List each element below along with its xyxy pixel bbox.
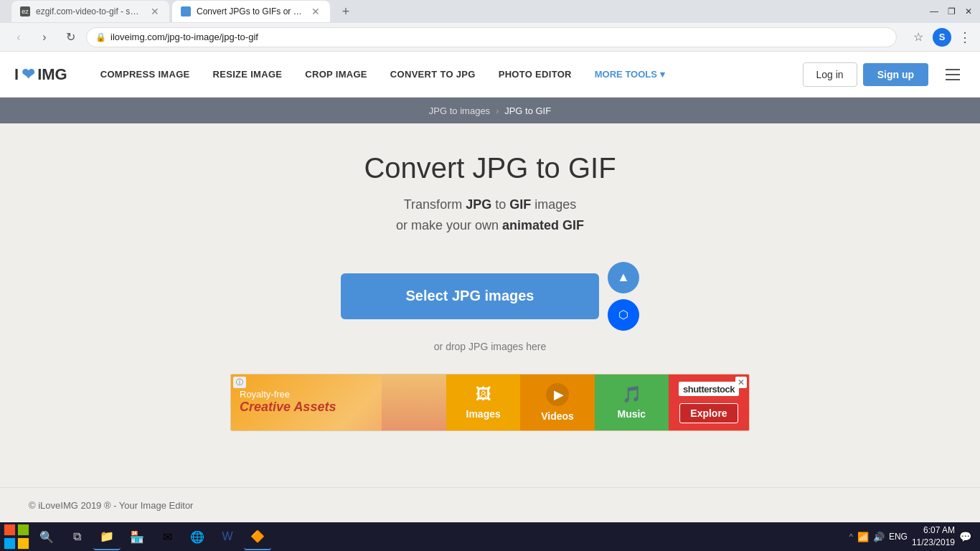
tab1-close[interactable]: ✕ — [149, 6, 161, 17]
dropbox-upload-button[interactable]: ⬡ — [608, 299, 639, 331]
subtitle-line2-prefix: or make your own — [396, 218, 502, 232]
more-tools-dropdown[interactable]: MORE TOOLS ▾ — [583, 69, 677, 80]
store-icon: 🏪 — [130, 530, 144, 544]
logo-heart-icon: ❤ — [22, 65, 34, 84]
tab2-close[interactable]: ✕ — [310, 6, 321, 17]
notification-button[interactable]: 💬 — [959, 531, 971, 542]
back-button[interactable]: ‹ — [9, 27, 29, 47]
url-box[interactable]: 🔒 iloveimg.com/jpg-to-image/jpg-to-gif — [86, 27, 897, 47]
subtitle-prefix: Transform — [404, 197, 466, 212]
bookmark-icon[interactable]: ☆ — [908, 27, 928, 47]
ad-person-image — [382, 375, 446, 430]
task-view-icon: ⧉ — [73, 530, 81, 543]
word-button[interactable]: W — [214, 523, 241, 550]
url-text: iloveimg.com/jpg-to-image/jpg-to-gif — [110, 32, 887, 42]
window-controls: — ❐ ✕ — [928, 6, 974, 17]
logo-i: I — [14, 65, 19, 84]
breadcrumb-separator: › — [496, 106, 499, 116]
user-avatar[interactable]: S — [933, 28, 951, 47]
logo-img: IMG — [37, 65, 67, 84]
toolbar-icons: ☆ S ⋮ — [908, 27, 971, 47]
taskbar-right: ^ 📶 🔊 ENG 6:07 AM 11/23/2019 💬 — [844, 524, 977, 549]
chrome-icon: 🔶 — [250, 529, 265, 543]
file-explorer-button[interactable]: 📁 — [93, 523, 121, 550]
google-drive-upload-button[interactable]: ▲ — [608, 262, 639, 293]
mail-icon: ✉ — [163, 530, 172, 544]
login-button[interactable]: Log in — [803, 62, 857, 87]
taskbar-time-text: 6:07 AM — [912, 524, 955, 537]
windows-logo-icon — [3, 523, 30, 550]
breadcrumb-current: JPG to GIF — [504, 105, 551, 116]
chrome-button[interactable]: 🔶 — [244, 523, 271, 550]
tab-inactive[interactable]: ez ezgif.com-video-to-gif - support ✕ — [11, 1, 169, 22]
ad-text-top: Royalty-free — [240, 389, 336, 400]
ad-music-icon: 🎵 — [622, 385, 641, 404]
hamburger-line2 — [946, 74, 960, 75]
word-icon: W — [222, 530, 232, 543]
ad-close-button[interactable]: ✕ — [735, 377, 747, 388]
drop-text: or drop JPG images here — [434, 341, 546, 352]
page-title: Convert JPG to GIF — [364, 152, 616, 184]
tabs-container: ez ezgif.com-video-to-gif - support ✕ Co… — [6, 1, 925, 22]
upload-area: Select JPG images ▲ ⬡ — [341, 262, 639, 331]
minimize-button[interactable]: — — [928, 6, 940, 17]
ad-videos-icon: ▶ — [546, 383, 569, 406]
website-content: I❤IMG COMPRESS IMAGE RESIZE IMAGE CROP I… — [0, 52, 980, 522]
nav-compress[interactable]: COMPRESS IMAGE — [89, 69, 202, 80]
tabs-bar: ez ezgif.com-video-to-gif - support ✕ Co… — [6, 1, 362, 22]
edge-button[interactable]: 🌐 — [184, 523, 211, 550]
site-footer: © iLoveIMG 2019 ® - Your Image Editor — [0, 487, 980, 522]
ad-banner[interactable]: Royalty-free Creative Assets 🖼 Images ▶ … — [230, 374, 750, 431]
tab1-title: ezgif.com-video-to-gif - support — [36, 6, 143, 17]
store-button[interactable]: 🏪 — [123, 523, 151, 550]
main-content: Convert JPG to GIF Transform JPG to GIF … — [0, 123, 980, 487]
tab2-title: Convert JPGs to GIFs or animate... — [197, 6, 304, 17]
hamburger-menu[interactable] — [940, 62, 966, 88]
select-images-button[interactable]: Select JPG images — [341, 273, 599, 319]
refresh-button[interactable]: ↻ — [60, 27, 80, 47]
close-button[interactable]: ✕ — [963, 6, 974, 17]
forward-button[interactable]: › — [34, 27, 55, 47]
footer-text: © iLoveIMG 2019 ® - Your Image Editor — [29, 500, 193, 511]
ad-middle-section: 🖼 Images ▶ Videos 🎵 Music — [446, 375, 669, 430]
site-nav: I❤IMG COMPRESS IMAGE RESIZE IMAGE CROP I… — [0, 52, 980, 98]
taskbar-clock[interactable]: 6:07 AM 11/23/2019 — [912, 524, 955, 549]
taskbar-chevron-icon[interactable]: ^ — [849, 532, 853, 541]
ad-images-label: Images — [466, 408, 501, 420]
ad-left-section: Royalty-free Creative Assets — [231, 375, 446, 430]
ad-explore-button[interactable]: Explore — [679, 403, 738, 423]
google-drive-icon: ▲ — [617, 270, 630, 285]
subtitle-jpg: JPG — [466, 197, 491, 212]
title-bar: ez ezgif.com-video-to-gif - support ✕ Co… — [0, 0, 980, 23]
tab-active[interactable]: Convert JPGs to GIFs or animate... ✕ — [172, 1, 330, 22]
browser-menu-icon[interactable]: ⋮ — [958, 29, 971, 45]
nav-resize[interactable]: RESIZE IMAGE — [202, 69, 294, 80]
signup-button[interactable]: Sign up — [863, 63, 928, 86]
nav-links: COMPRESS IMAGE RESIZE IMAGE CROP IMAGE C… — [89, 69, 803, 80]
browser-frame: ez ezgif.com-video-to-gif - support ✕ Co… — [0, 0, 980, 551]
start-button[interactable] — [3, 523, 30, 550]
breadcrumb: JPG to images › JPG to GIF — [429, 105, 551, 116]
volume-icon[interactable]: 🔊 — [873, 532, 885, 542]
search-taskbar-button[interactable]: 🔍 — [33, 523, 60, 550]
ad-videos-label: Videos — [541, 410, 574, 422]
site-logo[interactable]: I❤IMG — [14, 65, 67, 84]
language-indicator[interactable]: ENG — [889, 532, 908, 542]
nav-photo-editor[interactable]: PHOTO EDITOR — [487, 69, 583, 80]
ad-info-button[interactable]: ⓘ — [233, 377, 246, 388]
subtitle-images: images — [531, 197, 576, 212]
nav-crop[interactable]: CROP IMAGE — [293, 69, 379, 80]
breadcrumb-parent[interactable]: JPG to images — [429, 105, 490, 116]
new-tab-button[interactable]: + — [336, 1, 356, 22]
ad-banner-wrapper: Royalty-free Creative Assets 🖼 Images ▶ … — [230, 374, 750, 431]
nav-actions: Log in Sign up — [803, 62, 966, 88]
subtitle-gif: GIF — [509, 197, 531, 212]
nav-convert[interactable]: CONVERT TO JPG — [379, 69, 487, 80]
mail-button[interactable]: ✉ — [154, 523, 181, 550]
tab1-favicon: ez — [20, 6, 30, 17]
task-view-button[interactable]: ⧉ — [63, 523, 90, 550]
network-icon[interactable]: 📶 — [857, 532, 869, 542]
lock-icon: 🔒 — [95, 32, 106, 42]
ad-music-section: 🎵 Music — [595, 375, 669, 430]
maximize-button[interactable]: ❐ — [946, 6, 957, 17]
